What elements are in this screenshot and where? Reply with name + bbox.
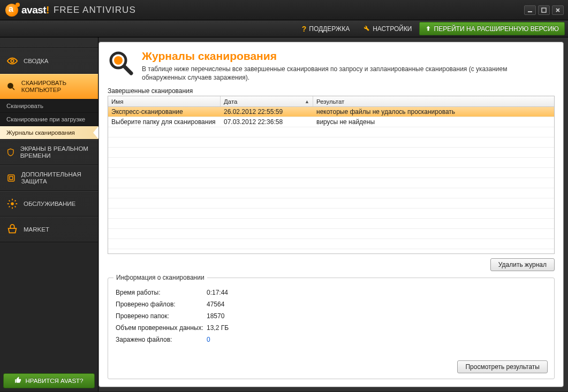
sidebar-item-shields[interactable]: ЭКРАНЫ В РЕАЛЬНОМ ВРЕМЕНИ [0, 140, 98, 165]
table-header: Имя Дата▲ Результат [108, 96, 554, 107]
eye-icon [6, 55, 18, 67]
question-icon: ? [302, 25, 307, 33]
data-value: 13,2 ГБ [207, 324, 330, 332]
cell-date: 07.03.2012 22:36:58 [221, 118, 313, 126]
page-title: Журналы сканирования [142, 50, 527, 63]
col-result[interactable]: Результат [313, 96, 554, 106]
edition-text: FREE ANTIVIRUS [54, 5, 136, 16]
svg-point-2 [11, 59, 14, 63]
view-results-button[interactable]: Просмотреть результаты [457, 360, 548, 373]
svg-rect-0 [528, 11, 532, 12]
sort-asc-icon: ▲ [305, 99, 309, 104]
sidebar-item-market[interactable]: MARKET [0, 217, 98, 242]
table-row[interactable]: Выберите папку для сканирования 07.03.20… [108, 117, 554, 127]
page-magnifier-icon [108, 50, 134, 76]
sidebar-item-label: ДОПОЛНИТЕЛЬНАЯ ЗАЩИТА [21, 171, 92, 185]
upgrade-label: ПЕРЕЙТИ НА РАСШИРЕННУЮ ВЕРСИЮ [434, 25, 559, 33]
cell-result: вирусы не найдены [313, 118, 554, 126]
folders-label: Проверено папок: [116, 312, 207, 320]
infected-label: Заражено файлов: [116, 336, 207, 343]
minimize-button[interactable] [524, 5, 536, 15]
window-controls [524, 5, 564, 15]
sidebar-item-label: ОБСЛУЖИВАНИЕ [24, 201, 75, 207]
sidebar-item-label: СКАНИРОВАТЬ КОМПЬЮТЕР [21, 80, 92, 94]
cell-result: некоторые файлы не удалось просканироват… [313, 108, 554, 116]
sidebar-item-label: MARKET [24, 226, 49, 233]
sidebar-sub-boot-scan[interactable]: Сканирование при загрузке [0, 113, 98, 126]
sidebar-sub-scan-now[interactable]: Сканировать [0, 99, 98, 113]
cell-name: Экспресс-сканирование [108, 108, 221, 116]
logo-ball-icon [5, 4, 18, 17]
runtime-value: 0:17:44 [207, 289, 330, 296]
support-button[interactable]: ?ПОДДЕРЖКА [296, 22, 355, 35]
scans-table: Имя Дата▲ Результат Экспресс-сканировани… [108, 96, 555, 254]
sidebar-item-extra[interactable]: ДОПОЛНИТЕЛЬНАЯ ЗАЩИТА [0, 165, 98, 191]
settings-button[interactable]: НАСТРОЙКИ [357, 22, 418, 35]
table-body[interactable]: Экспресс-сканирование 26.02.2012 22:55:5… [108, 107, 554, 253]
cell-date: 26.02.2012 22:55:59 [221, 108, 313, 116]
thumbs-up-icon [14, 376, 22, 385]
sidebar-item-maintenance[interactable]: ОБСЛУЖИВАНИЕ [0, 191, 98, 217]
menubar: ?ПОДДЕРЖКА НАСТРОЙКИ ПЕРЕЙТИ НА РАСШИРЕН… [0, 20, 568, 37]
sidebar-item-label: СВОДКА [24, 58, 48, 64]
delete-log-button[interactable]: Удалить журнал [490, 258, 555, 271]
table-group-label: Завершенные сканирования [108, 87, 555, 95]
support-label: ПОДДЕРЖКА [309, 25, 350, 33]
svg-point-3 [8, 83, 13, 88]
basket-icon [6, 224, 18, 235]
svg-point-6 [11, 202, 14, 205]
square-icon [6, 172, 16, 184]
svg-rect-1 [542, 8, 546, 12]
sidebar-item-scan[interactable]: СКАНИРОВАТЬ КОМПЬЮТЕР [0, 74, 98, 99]
svg-point-8 [114, 56, 123, 65]
svg-rect-5 [10, 176, 13, 180]
sidebar: СВОДКА СКАНИРОВАТЬ КОМПЬЮТЕР Сканировать… [0, 37, 99, 391]
runtime-label: Время работы: [116, 289, 207, 296]
app-logo: avast! FREE ANTIVIRUS [5, 4, 136, 17]
settings-label: НАСТРОЙКИ [373, 25, 412, 33]
gear-icon [6, 198, 18, 210]
infected-value: 0 [207, 336, 330, 343]
shield-icon [6, 147, 15, 158]
brand-text: avast! [21, 4, 49, 16]
scan-info-box: Информация о сканировании Время работы:0… [108, 278, 555, 379]
upgrade-button[interactable]: ПЕРЕЙТИ НА РАСШИРЕННУЮ ВЕРСИЮ [419, 22, 565, 35]
col-date[interactable]: Дата▲ [221, 96, 313, 106]
svg-rect-4 [8, 175, 14, 181]
main-panel: Журналы сканирования В таблице ниже пере… [99, 42, 564, 387]
sidebar-item-label: ЭКРАНЫ В РЕАЛЬНОМ ВРЕМЕНИ [20, 145, 92, 159]
titlebar: avast! FREE ANTIVIRUS [0, 0, 568, 20]
maximize-button[interactable] [538, 5, 550, 15]
like-avast-button[interactable]: НРАВИТСЯ AVAST? [3, 373, 95, 388]
close-button[interactable] [552, 5, 564, 15]
wrench-icon [362, 24, 370, 33]
files-label: Проверено файлов: [116, 301, 207, 308]
page-description: В таблице ниже перечислены все завершенн… [142, 65, 527, 82]
arrow-up-icon [425, 25, 431, 33]
like-label: НРАВИТСЯ AVAST? [25, 378, 83, 384]
info-legend: Информация о сканировании [113, 274, 207, 281]
cell-name: Выберите папку для сканирования [108, 118, 221, 126]
sidebar-item-summary[interactable]: СВОДКА [0, 48, 98, 74]
magnifier-icon [6, 81, 16, 93]
table-row[interactable]: Экспресс-сканирование 26.02.2012 22:55:5… [108, 107, 554, 117]
col-name[interactable]: Имя [108, 96, 221, 106]
sidebar-sub-scan-logs[interactable]: Журналы сканирования [0, 126, 98, 140]
folders-value: 18570 [207, 312, 330, 320]
files-value: 47564 [207, 301, 330, 308]
data-label: Объем проверенных данных: [116, 324, 207, 332]
